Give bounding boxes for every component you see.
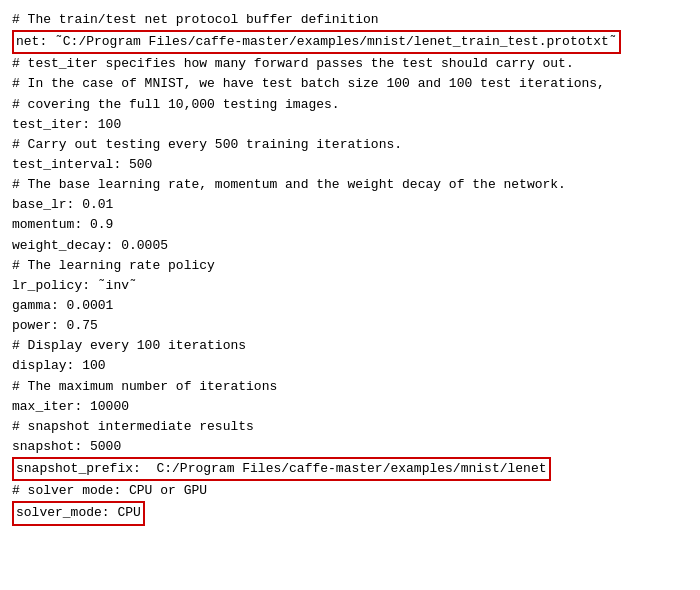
highlighted-line-24: solver_mode: CPU	[12, 501, 145, 525]
code-line-9: base_lr: 0.01	[12, 195, 688, 215]
code-line-12: # The learning rate policy	[12, 256, 688, 276]
code-line-13: lr_policy: ˜inv˜	[12, 276, 688, 296]
code-line-2: # test_iter specifies how many forward p…	[12, 54, 688, 74]
code-content: # The train/test net protocol buffer def…	[12, 10, 688, 526]
code-line-11: weight_decay: 0.0005	[12, 236, 688, 256]
code-line-21: snapshot: 5000	[12, 437, 688, 457]
code-line-6: # Carry out testing every 500 training i…	[12, 135, 688, 155]
code-line-5: test_iter: 100	[12, 115, 688, 135]
code-line-17: display: 100	[12, 356, 688, 376]
code-line-10: momentum: 0.9	[12, 215, 688, 235]
code-line-7: test_interval: 500	[12, 155, 688, 175]
code-line-15: power: 0.75	[12, 316, 688, 336]
highlighted-line-22: snapshot_prefix: C:/Program Files/caffe-…	[12, 457, 551, 481]
code-line-0: # The train/test net protocol buffer def…	[12, 10, 688, 30]
code-line-14: gamma: 0.0001	[12, 296, 688, 316]
code-line-8: # The base learning rate, momentum and t…	[12, 175, 688, 195]
code-line-4: # covering the full 10,000 testing image…	[12, 95, 688, 115]
code-line-20: # snapshot intermediate results	[12, 417, 688, 437]
code-line-3: # In the case of MNIST, we have test bat…	[12, 74, 688, 94]
highlighted-line-1: net: ˜C:/Program Files/caffe-master/exam…	[12, 30, 621, 54]
code-line-19: max_iter: 10000	[12, 397, 688, 417]
code-line-18: # The maximum number of iterations	[12, 377, 688, 397]
code-line-23: # solver mode: CPU or GPU	[12, 481, 688, 501]
code-line-16: # Display every 100 iterations	[12, 336, 688, 356]
